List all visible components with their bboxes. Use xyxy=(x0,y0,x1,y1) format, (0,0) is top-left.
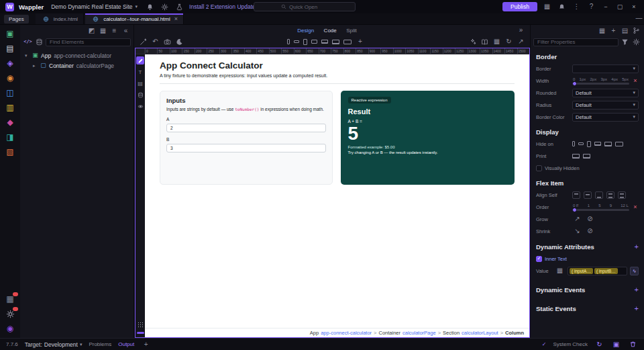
help-icon[interactable]: ? xyxy=(586,2,596,11)
system-check-label[interactable]: System Check xyxy=(553,341,588,347)
sidebar-panel-icon-4[interactable]: ◉ xyxy=(5,73,16,83)
align-self-center-icon[interactable] xyxy=(584,191,592,199)
chevrons-right-icon[interactable]: » xyxy=(516,26,526,35)
page-subtitle[interactable]: A tiny fixture to demonstrate expression… xyxy=(160,73,515,78)
rounded-select[interactable]: Default▾ xyxy=(572,89,639,97)
shrink-arrow-icon[interactable]: ↘ xyxy=(572,226,582,236)
inner-text-checkbox[interactable]: ✓ xyxy=(536,256,542,262)
install-updates-link[interactable]: Install 2 Extension Updates xyxy=(189,3,258,10)
print-hide-icon[interactable] xyxy=(583,154,590,159)
align-self-end-icon[interactable] xyxy=(595,191,603,199)
add-static-event-icon[interactable]: + xyxy=(635,304,639,312)
device-tablet-landscape-icon[interactable] xyxy=(311,40,317,44)
tree-item-container[interactable]: ▸ ▢ Container calculatorPage xyxy=(21,60,132,71)
refresh-icon[interactable]: ↻ xyxy=(504,37,514,46)
slider-handle[interactable] xyxy=(572,81,577,86)
preview-tool-icon[interactable] xyxy=(136,102,144,110)
open-in-browser-icon[interactable]: ↗ xyxy=(516,37,526,46)
wand-icon[interactable] xyxy=(138,37,148,46)
add-dynamic-event-icon[interactable]: + xyxy=(635,286,639,294)
tree-item-app[interactable]: ▾ ▣ App app-connect-calculator xyxy=(21,50,132,60)
hide-phone-landscape-icon[interactable] xyxy=(578,142,584,145)
magic-icon[interactable] xyxy=(468,37,478,46)
undo-icon[interactable]: ↶ xyxy=(150,37,160,46)
kebab-menu-icon[interactable]: ⋮ xyxy=(572,2,582,11)
hide-tablet-icon[interactable] xyxy=(587,141,591,147)
code-view-icon[interactable]: </> xyxy=(23,38,33,47)
result-card[interactable]: Reactive expression Result A + B = 5 For… xyxy=(341,91,515,185)
border-width-slider[interactable]: 01px2px3px4px5px xyxy=(572,77,629,85)
radius-select[interactable]: Default▾ xyxy=(572,101,639,110)
tab-index-html[interactable]: index.html xyxy=(36,13,84,24)
quick-open-search[interactable] xyxy=(254,2,356,11)
data-picker-icon[interactable]: ▦ xyxy=(555,266,565,275)
wappler-logo[interactable]: W xyxy=(5,3,14,11)
community-panel-icon[interactable]: ◉ xyxy=(5,323,16,334)
inputs-card[interactable]: Inputs Inputs are strings by default — u… xyxy=(160,91,333,185)
chevron-down-icon[interactable]: ▾ xyxy=(25,53,30,58)
add-panel-icon[interactable]: + xyxy=(141,340,151,349)
sidebar-panel-icon-6[interactable]: ▥ xyxy=(5,102,16,113)
dynamic-attributes-section-title[interactable]: Dynamic Attributes xyxy=(536,243,594,251)
close-button[interactable]: × xyxy=(629,3,639,10)
camera-icon[interactable] xyxy=(162,37,172,46)
layout-grid-icon[interactable]: ▦ xyxy=(597,26,607,36)
publish-button[interactable]: Publish xyxy=(502,2,537,11)
grid-overlay-icon[interactable] xyxy=(136,320,144,329)
data-tool-icon[interactable] xyxy=(136,91,144,99)
page-title[interactable]: App Connect Calculator xyxy=(160,60,515,71)
collapse-panel-icon[interactable]: « xyxy=(121,26,131,36)
sidebar-panel-icon-7[interactable]: ◆ xyxy=(5,117,16,128)
clear-width-icon[interactable]: × xyxy=(632,77,639,84)
tabbar-overflow-icon[interactable]: — xyxy=(634,13,644,23)
sidebar-panel-icon-2[interactable]: ▤ xyxy=(5,43,16,54)
sidebar-panel-icon-9[interactable]: ▧ xyxy=(5,146,16,157)
quick-open-input[interactable] xyxy=(289,4,328,10)
border-section-title[interactable]: Border xyxy=(531,50,644,62)
dynamic-data-picker-button[interactable]: ϟ xyxy=(630,267,639,275)
sidebar-panel-icon-5[interactable]: ◫ xyxy=(5,87,16,98)
code-view-button[interactable]: Code xyxy=(324,28,337,34)
palette-icon[interactable]: ◩ xyxy=(87,26,97,36)
sidebar-panel-icon-1[interactable]: ▣ xyxy=(5,28,16,39)
align-self-stretch-icon[interactable] xyxy=(606,191,614,199)
shrink-none-icon[interactable]: ⊘ xyxy=(585,226,595,236)
chevron-right-icon[interactable]: ▸ xyxy=(33,63,38,69)
updates-panel-icon[interactable]: ▦ xyxy=(5,294,16,304)
device-phone-landscape-icon[interactable] xyxy=(294,40,299,43)
design-view-button[interactable]: Design xyxy=(297,28,314,34)
problems-button[interactable]: Problems xyxy=(89,341,111,347)
add-device-icon[interactable]: + xyxy=(356,37,366,46)
maximize-button[interactable]: ▢ xyxy=(615,3,625,10)
slider-handle[interactable] xyxy=(572,208,577,212)
breadcrumb-id[interactable]: app-connect-calculator xyxy=(321,330,372,336)
filter-icon[interactable] xyxy=(620,38,630,47)
align-self-start-icon[interactable] xyxy=(572,191,580,199)
gear-icon[interactable] xyxy=(631,38,641,47)
text-tool-icon[interactable]: T xyxy=(136,68,144,76)
pages-button[interactable]: Pages xyxy=(4,15,29,24)
input-b-field[interactable]: 3 xyxy=(166,144,326,152)
breadcrumb-item[interactable]: App xyxy=(310,330,319,336)
crosshair-icon[interactable]: + xyxy=(608,26,619,36)
hide-phone-icon[interactable] xyxy=(572,141,575,146)
clear-order-icon[interactable]: × xyxy=(632,204,639,210)
grow-none-icon[interactable]: ⊘ xyxy=(585,214,595,224)
display-section-title[interactable]: Display xyxy=(531,125,644,138)
extensions-icon[interactable] xyxy=(174,2,184,11)
find-elements-input[interactable] xyxy=(46,38,131,46)
grid-view-icon[interactable]: ▦ xyxy=(98,26,108,36)
gear-icon[interactable] xyxy=(160,2,170,11)
align-self-baseline-icon[interactable] xyxy=(618,191,626,199)
docs-icon[interactable] xyxy=(480,37,490,46)
device-phone-icon[interactable] xyxy=(287,39,290,44)
breadcrumb-item[interactable]: Column xyxy=(505,330,524,336)
tab-calculator-tour-manual-html[interactable]: calculator--tour-manual.html × xyxy=(85,13,184,24)
device-tv-icon[interactable] xyxy=(343,40,352,44)
visually-hidden-checkbox[interactable] xyxy=(536,165,542,171)
dark-mode-icon[interactable] xyxy=(174,37,184,46)
grid-toggle-icon[interactable]: ▦ xyxy=(492,37,502,46)
layout-grid-icon[interactable]: ▦ xyxy=(542,2,552,11)
breadcrumb-id[interactable]: calculatorLayout xyxy=(462,330,498,336)
project-selector[interactable]: Demo Dynamic Real Estate Site ▾ xyxy=(48,2,140,11)
